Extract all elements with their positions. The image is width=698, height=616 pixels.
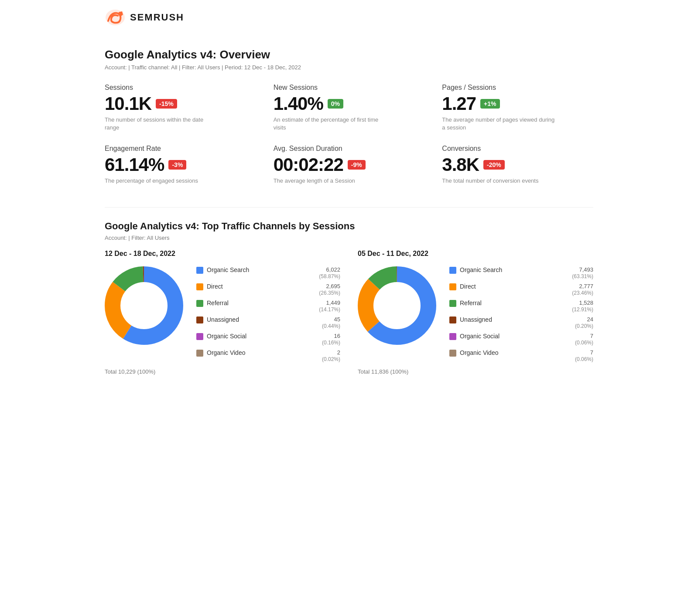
legend-color [196,350,203,357]
metric-badge-new-sessions: 0% [328,99,343,109]
legend-name: Organic Search [460,266,555,273]
metric-value-conversions: 3.8K [442,154,479,175]
metric-value-new-sessions: 1.40% [274,93,323,114]
legend-item: Unassigned 24(0.20%) [449,316,593,329]
metric-desc-sessions: The number of sessions within the date r… [105,116,218,132]
legend-item: Organic Social 7(0.06%) [449,333,593,346]
metric-value-row-avg-session: 00:02:22 -9% [274,154,425,175]
legend-values: 24(0.20%) [558,316,593,329]
legend-name: Organic Social [460,333,555,340]
metrics-grid: Sessions 10.1K -15% The number of sessio… [105,84,593,185]
donut-previous [358,266,436,345]
traffic-meta: Account: | Filter: All Users [105,235,593,241]
metric-badge-sessions: -15% [156,99,177,109]
legend-name: Organic Video [207,349,302,356]
legend-color [196,267,203,274]
chart-total-previous: Total 11,836 (100%) [358,368,593,375]
header: SEMRUSH [105,9,593,31]
legend-item: Unassigned 45(0.44%) [196,316,340,329]
legend-values: 7(0.06%) [558,333,593,346]
legend-color [196,333,203,340]
legend-name: Unassigned [460,316,555,323]
legend-values: 1,528(12.91%) [558,299,593,313]
overview-section: Google Analytics v4: Overview Account: |… [105,48,593,185]
metric-desc-engagement-rate: The percentage of engaged sessions [105,177,218,185]
legend-item: Referral 1,528(12.91%) [449,299,593,313]
legend-current: Organic Search 6,022(58.87%) Direct 2,69… [196,266,340,362]
chart-inner-previous: Organic Search 7,493(63.31%) Direct 2,77… [358,266,593,362]
legend-name: Direct [460,283,555,290]
legend-values: 45(0.44%) [305,316,340,329]
traffic-title: Google Analytics v4: Top Traffic Channel… [105,221,593,232]
legend-color [449,283,456,290]
legend-color [196,317,203,323]
metric-value-row-conversions: 3.8K -20% [442,154,593,175]
chart-inner-current: Organic Search 6,022(58.87%) Direct 2,69… [105,266,340,362]
metric-label-conversions: Conversions [442,145,593,153]
metric-value-row-new-sessions: 1.40% 0% [274,93,425,114]
legend-color [449,333,456,340]
legend-item: Referral 1,449(14.17%) [196,299,340,313]
legend-color [449,300,456,307]
metric-label-avg-session: Avg. Session Duration [274,145,425,153]
legend-name: Direct [207,283,302,290]
legend-values: 7,493(63.31%) [558,266,593,279]
charts-container: 12 Dec - 18 Dec, 2022 Organic Search 6,0… [105,250,593,375]
metric-value-pages-sessions: 1.27 [442,93,476,114]
donut-current [105,266,183,345]
legend-color [449,317,456,323]
metric-desc-conversions: The total number of conversion events [442,177,555,185]
metric-new-sessions: New Sessions 1.40% 0% An estimate of the… [274,84,425,132]
legend-name: Organic Social [207,333,302,340]
legend-name: Organic Search [207,266,302,273]
overview-title: Google Analytics v4: Overview [105,48,593,61]
metric-badge-avg-session: -9% [348,160,366,170]
legend-values: 7(0.06%) [558,349,593,362]
metric-desc-avg-session: The average length of a Session [274,177,387,185]
legend-name: Unassigned [207,316,302,323]
metric-pages-sessions: Pages / Sessions 1.27 +1% The average nu… [442,84,593,132]
metric-avg-session: Avg. Session Duration 00:02:22 -9% The a… [274,145,425,185]
metric-engagement-rate: Engagement Rate 61.14% -3% The percentag… [105,145,256,185]
legend-item: Organic Search 7,493(63.31%) [449,266,593,279]
legend-name: Referral [460,299,555,306]
metric-label-sessions: Sessions [105,84,256,92]
chart-period-previous: 05 Dec - 11 Dec, 2022 [358,250,593,258]
traffic-section: Google Analytics v4: Top Traffic Channel… [105,221,593,375]
legend-item: Organic Social 16(0.16%) [196,333,340,346]
legend-item: Direct 2,695(26.35%) [196,283,340,296]
metric-badge-pages-sessions: +1% [480,99,500,109]
legend-values: 2,695(26.35%) [305,283,340,296]
metric-label-new-sessions: New Sessions [274,84,425,92]
legend-previous: Organic Search 7,493(63.31%) Direct 2,77… [449,266,593,362]
overview-meta: Account: | Traffic channel: All | Filter… [105,64,593,71]
legend-color [196,300,203,307]
metric-conversions: Conversions 3.8K -20% The total number o… [442,145,593,185]
legend-values: 2,777(23.46%) [558,283,593,296]
legend-values: 16(0.16%) [305,333,340,346]
legend-color [449,267,456,274]
chart-total-current: Total 10,229 (100%) [105,368,340,375]
metric-label-engagement-rate: Engagement Rate [105,145,256,153]
legend-item: Organic Video 2(0.02%) [196,349,340,362]
legend-color [449,350,456,357]
legend-item: Organic Search 6,022(58.87%) [196,266,340,279]
semrush-logo-text: SEMRUSH [130,12,184,23]
metric-desc-new-sessions: An estimate of the percentage of first t… [274,116,387,132]
metric-value-avg-session: 00:02:22 [274,154,343,175]
chart-block-previous: 05 Dec - 11 Dec, 2022 Organic Search 7,4… [358,250,593,375]
metric-label-pages-sessions: Pages / Sessions [442,84,593,92]
legend-name: Referral [207,299,302,306]
metric-value-row-sessions: 10.1K -15% [105,93,256,114]
metric-sessions: Sessions 10.1K -15% The number of sessio… [105,84,256,132]
legend-values: 6,022(58.87%) [305,266,340,279]
legend-name: Organic Video [460,349,555,356]
metric-value-row-pages-sessions: 1.27 +1% [442,93,593,114]
section-divider [105,207,593,208]
legend-item: Organic Video 7(0.06%) [449,349,593,362]
chart-period-current: 12 Dec - 18 Dec, 2022 [105,250,340,258]
legend-item: Direct 2,777(23.46%) [449,283,593,296]
legend-values: 1,449(14.17%) [305,299,340,313]
metric-badge-conversions: -20% [483,160,505,170]
metric-badge-engagement-rate: -3% [168,160,186,170]
